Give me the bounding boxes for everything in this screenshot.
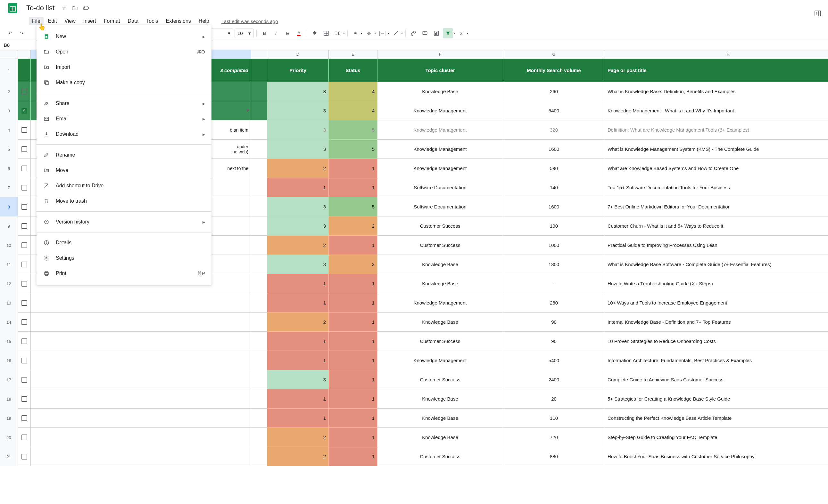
cell-msv[interactable]: 1000 [503,236,605,255]
cell-status[interactable]: 5 [329,140,377,158]
cell[interactable] [251,82,267,101]
menu-insert[interactable]: Insert [80,17,99,25]
cell[interactable] [251,409,267,427]
cell-msv[interactable]: 5400 [503,351,605,370]
cell-topic[interactable]: Software Documentation [377,197,503,216]
row-header[interactable]: 3 [0,101,18,121]
cell-checkbox[interactable] [18,197,31,216]
cell-msv[interactable]: 590 [503,159,605,178]
cell-title[interactable]: Constructing the Perfect Knowledge Base … [605,409,828,427]
cell[interactable] [251,236,267,255]
cell[interactable] [31,428,251,447]
cell-checkbox[interactable] [18,140,31,158]
cell-priority[interactable]: 3 [267,82,329,101]
cell-topic[interactable]: Software Documentation [377,178,503,197]
cell-priority[interactable]: 3 [267,197,329,216]
checkbox[interactable] [22,166,27,171]
col-header-d[interactable]: D [267,50,329,59]
cell-checkbox[interactable] [18,332,31,351]
checkbox[interactable] [22,319,27,325]
cell-title[interactable]: How to Write a Troubleshooting Guide (X+… [605,274,828,293]
text-color-button[interactable]: A [294,28,304,38]
cell-priority[interactable]: 2 [267,159,329,178]
cell-status[interactable]: 5 [329,197,377,216]
cell-status[interactable]: 1 [329,351,377,370]
cell[interactable] [251,101,267,120]
cell-title[interactable]: What is Knowledge Management System (KMS… [605,140,828,158]
checkbox[interactable] [22,358,27,363]
cell-msv[interactable]: 260 [503,293,605,312]
checkbox[interactable] [22,127,27,133]
row-header[interactable]: 10 [0,236,18,255]
cell[interactable] [251,178,267,197]
cell-checkbox[interactable] [18,159,31,178]
cell-msv[interactable]: 140 [503,178,605,197]
cell-msv[interactable]: 1600 [503,197,605,216]
cell-priority[interactable]: 2 [267,447,329,466]
row-header[interactable]: 7 [0,178,18,197]
cell-topic[interactable]: Customer Success [377,217,503,235]
cell[interactable]: Page or post title [605,59,828,82]
cell[interactable] [251,313,267,331]
checkbox[interactable] [22,146,27,152]
cell-topic[interactable]: Customer Success [377,370,503,389]
cell-status[interactable]: 3 [329,255,377,274]
cell-status[interactable]: 1 [329,178,377,197]
menu-data[interactable]: Data [124,17,141,25]
cell[interactable] [251,121,267,139]
cell-checkbox[interactable] [18,217,31,235]
cell-priority[interactable]: 1 [267,274,329,293]
chevron-down-icon[interactable]: ▾ [361,31,362,35]
cell-topic[interactable]: Customer Success [377,332,503,351]
functions-button[interactable]: Σ [456,28,466,38]
cell-checkbox[interactable] [18,351,31,370]
cell-priority[interactable]: 1 [267,332,329,351]
cell[interactable]: Status [329,59,377,82]
borders-button[interactable] [321,28,331,38]
cell-priority[interactable]: 3 [267,140,329,158]
cell-checkbox[interactable] [18,409,31,427]
chevron-down-icon[interactable]: ▾ [401,31,403,35]
cell-topic[interactable]: Knowledge Management [377,140,503,158]
file-details[interactable]: Details [37,235,211,250]
row-header[interactable]: 2 [0,82,18,101]
file-print[interactable]: Print⌘P [37,266,211,281]
wrap-button[interactable]: |→| [377,28,387,38]
cell[interactable]: Topic cluster [377,59,503,82]
col-header-g[interactable]: G [503,50,605,59]
cell-status[interactable]: 1 [329,274,377,293]
row-header[interactable]: 21 [0,447,18,466]
cell-priority[interactable]: 1 [267,390,329,408]
cell-topic[interactable]: Knowledge Management [377,293,503,312]
checkbox[interactable] [22,415,27,421]
cell-msv[interactable]: 20 [503,390,605,408]
cell-status[interactable]: 4 [329,101,377,120]
cell-title[interactable]: What are Knowledge Based Systems and How… [605,159,828,178]
row-header[interactable]: 19 [0,409,18,428]
cell-topic[interactable]: Knowledge Base [377,409,503,427]
cell-topic[interactable]: Knowledge Base [377,313,503,331]
cell[interactable] [251,159,267,178]
menu-view[interactable]: View [61,17,79,25]
cell-status[interactable]: 2 [329,217,377,235]
file-import[interactable]: Import [37,59,211,75]
cell[interactable] [251,370,267,389]
row-header[interactable]: 5 [0,140,18,159]
file-rename[interactable]: Rename [37,147,211,163]
cell[interactable] [251,390,267,408]
cell-status[interactable]: 1 [329,390,377,408]
cell-priority[interactable]: 3 [267,101,329,120]
file-copy[interactable]: Make a copy [37,75,211,90]
cell[interactable] [31,409,251,427]
cell[interactable] [251,428,267,447]
cell-status[interactable]: 1 [329,447,377,466]
row-header[interactable]: 14 [0,313,18,332]
chevron-down-icon[interactable]: ▾ [388,31,389,35]
cell-msv[interactable]: 880 [503,447,605,466]
cell[interactable] [251,255,267,274]
cell[interactable] [251,274,267,293]
checkbox[interactable] [22,108,27,114]
cell-priority[interactable]: 1 [267,409,329,427]
undo-button[interactable]: ↶ [5,28,15,38]
cell[interactable] [31,370,251,389]
